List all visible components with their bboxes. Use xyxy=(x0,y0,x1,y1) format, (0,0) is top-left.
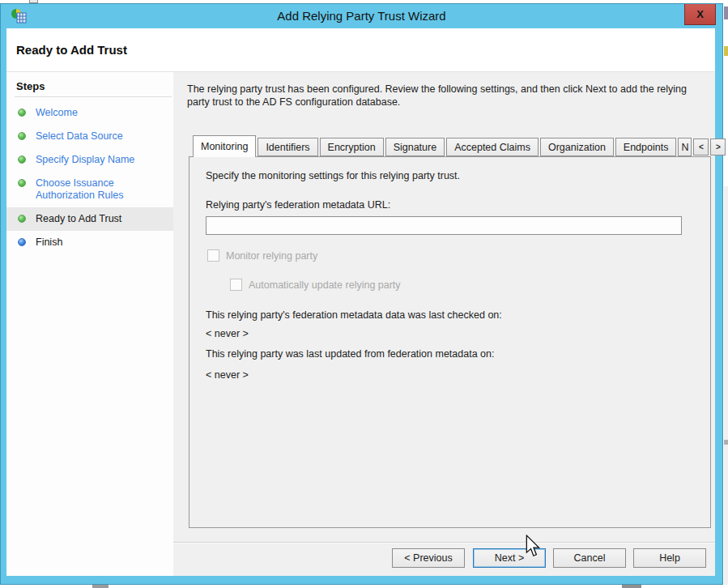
background-fragment xyxy=(724,186,728,585)
background-fragment xyxy=(92,585,109,588)
tab-scroll-left-button[interactable]: < xyxy=(693,138,709,156)
screen: Add Relying Party Trust Wizard X Ready t… xyxy=(0,0,728,588)
sidebar-item-specify-display-name[interactable]: Specify Display Name xyxy=(6,148,173,172)
tab-accepted-claims[interactable]: Accepted Claims xyxy=(446,138,539,156)
tab-notes-truncated[interactable]: N xyxy=(678,138,692,156)
monitoring-tab-panel: Specify the monitoring settings for this… xyxy=(189,156,711,528)
steps-sidebar: Steps Welcome Select Data Source Specify… xyxy=(6,72,173,576)
wizard-content: The relying party trust has been configu… xyxy=(173,72,715,576)
page-description: The relying party trust has been configu… xyxy=(187,83,697,109)
monitor-relying-party-checkbox xyxy=(207,249,219,262)
monitor-relying-party-row: Monitor relying party xyxy=(207,249,317,262)
sidebar-item-ready-to-add-trust: Ready to Add Trust xyxy=(6,207,173,231)
window-title: Add Relying Party Trust Wizard xyxy=(1,9,722,23)
tab-organization[interactable]: Organization xyxy=(540,138,614,156)
federation-metadata-url-input[interactable] xyxy=(206,216,682,235)
step-upcoming-icon xyxy=(18,238,26,246)
step-current-icon xyxy=(18,215,26,223)
tab-encryption[interactable]: Encryption xyxy=(320,138,384,156)
sidebar-item-choose-issuance-authorization-rules[interactable]: Choose Issuance Authorization Rules xyxy=(6,172,173,207)
close-button[interactable]: X xyxy=(684,4,716,25)
auto-update-relying-party-label: Automatically update relying party xyxy=(249,279,401,291)
steps-heading: Steps xyxy=(6,72,173,96)
background-fragment xyxy=(724,46,728,56)
sidebar-item-finish: Finish xyxy=(6,231,173,254)
footer-divider xyxy=(173,542,715,543)
tab-identifiers[interactable]: Identifiers xyxy=(258,138,317,156)
tab-monitoring[interactable]: Monitoring xyxy=(193,135,256,157)
page-header: Ready to Add Trust xyxy=(6,28,715,72)
auto-update-relying-party-checkbox xyxy=(230,279,242,291)
step-completed-icon xyxy=(18,109,26,117)
sidebar-item-label: Finish xyxy=(36,236,62,248)
cancel-button[interactable]: Cancel xyxy=(553,548,626,568)
sidebar-item-label: Ready to Add Trust xyxy=(36,213,121,224)
sidebar-item-label: Choose Issuance Authorization Rules xyxy=(36,177,123,201)
auto-update-relying-party-row: Automatically update relying party xyxy=(230,279,401,291)
monitoring-intro-text: Specify the monitoring settings for this… xyxy=(206,170,460,181)
sidebar-item-label: Select Data Source xyxy=(36,130,123,142)
help-button[interactable]: Help xyxy=(633,548,706,568)
steps-divider xyxy=(15,96,172,97)
title-bar: Add Relying Party Trust Wizard X xyxy=(1,4,722,28)
federation-metadata-url-label: Relying party's federation metadata URL: xyxy=(206,199,390,211)
sidebar-item-label: Specify Display Name xyxy=(36,154,134,165)
last-updated-value: < never > xyxy=(206,369,249,381)
step-completed-icon xyxy=(18,132,26,140)
wizard-window: Add Relying Party Trust Wizard X Ready t… xyxy=(0,3,723,585)
sidebar-item-label: Welcome xyxy=(36,107,78,118)
settings-tab-strip: Monitoring Identifiers Encryption Signat… xyxy=(193,134,726,157)
background-fragment xyxy=(724,6,728,19)
tab-endpoints[interactable]: Endpoints xyxy=(615,138,677,156)
next-button[interactable]: Next > xyxy=(473,548,546,568)
last-checked-label: This relying party's federation metadata… xyxy=(206,309,502,321)
last-checked-value: < never > xyxy=(206,328,249,339)
page-title: Ready to Add Trust xyxy=(6,28,715,57)
sidebar-item-welcome[interactable]: Welcome xyxy=(6,101,173,125)
tab-scroll-right-button[interactable]: > xyxy=(710,138,726,156)
previous-button[interactable]: < Previous xyxy=(392,548,465,568)
adfs-icon xyxy=(11,7,27,23)
sidebar-item-select-data-source[interactable]: Select Data Source xyxy=(6,125,173,148)
dialog-body: Ready to Add Trust Steps Welcome Select … xyxy=(6,28,715,576)
tab-signature[interactable]: Signature xyxy=(385,138,445,156)
monitor-relying-party-label: Monitor relying party xyxy=(226,250,317,262)
step-completed-icon xyxy=(18,179,26,187)
step-completed-icon xyxy=(18,156,26,164)
background-fragment xyxy=(724,440,728,445)
last-updated-label: This relying party was last updated from… xyxy=(206,348,494,360)
